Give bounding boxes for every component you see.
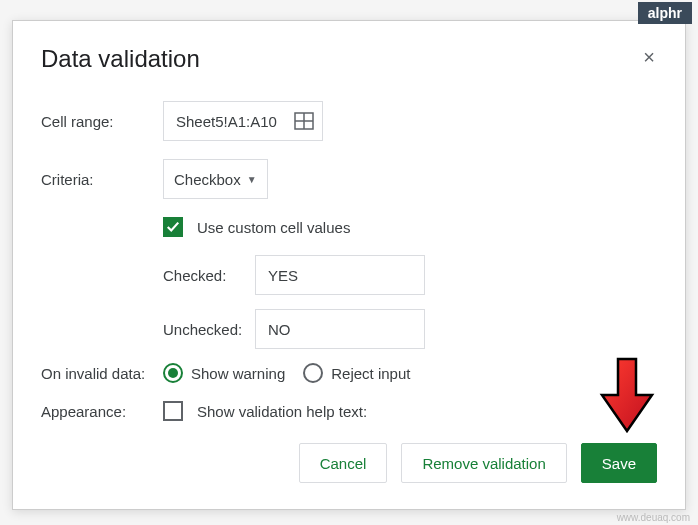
radio-reject-input[interactable]: Reject input [303, 363, 410, 383]
caret-down-icon: ▼ [247, 174, 257, 185]
radio-icon [303, 363, 323, 383]
criteria-row: Criteria: Checkbox ▼ [41, 159, 657, 199]
cell-range-input-wrap[interactable] [163, 101, 323, 141]
data-validation-dialog: Data validation × Cell range: Criteria: … [12, 20, 686, 510]
on-invalid-row: On invalid data: Show warning Reject inp… [41, 363, 657, 383]
radio-label: Reject input [331, 365, 410, 382]
unchecked-value-input[interactable] [255, 309, 425, 349]
dialog-title: Data validation [41, 45, 200, 73]
unchecked-value-row: Unchecked: [163, 309, 657, 349]
radio-show-warning[interactable]: Show warning [163, 363, 285, 383]
use-custom-values-row[interactable]: Use custom cell values [163, 217, 657, 237]
cell-range-label: Cell range: [41, 113, 163, 130]
checked-value-row: Checked: [163, 255, 657, 295]
watermark-badge: alphr [638, 2, 692, 24]
criteria-select[interactable]: Checkbox ▼ [163, 159, 268, 199]
use-custom-values-label: Use custom cell values [197, 219, 350, 236]
cell-range-row: Cell range: [41, 101, 657, 141]
cancel-button[interactable]: Cancel [299, 443, 388, 483]
appearance-label: Appearance: [41, 403, 163, 420]
unchecked-label: Unchecked: [163, 321, 255, 338]
show-help-text-label: Show validation help text: [197, 403, 367, 420]
dialog-header: Data validation × [41, 45, 657, 73]
on-invalid-label: On invalid data: [41, 365, 163, 382]
remove-validation-button[interactable]: Remove validation [401, 443, 566, 483]
checked-label: Checked: [163, 267, 255, 284]
grid-select-icon[interactable] [294, 112, 314, 130]
show-help-text-row[interactable]: Show validation help text: [163, 401, 367, 421]
criteria-label: Criteria: [41, 171, 163, 188]
checked-value-input[interactable] [255, 255, 425, 295]
show-help-text-checkbox[interactable] [163, 401, 183, 421]
save-button[interactable]: Save [581, 443, 657, 483]
use-custom-values-checkbox[interactable] [163, 217, 183, 237]
criteria-sub-section: Use custom cell values Checked: Unchecke… [163, 217, 657, 349]
criteria-selected-value: Checkbox [174, 171, 241, 188]
radio-icon [163, 363, 183, 383]
on-invalid-radio-group: Show warning Reject input [163, 363, 410, 383]
radio-label: Show warning [191, 365, 285, 382]
cell-range-input[interactable] [176, 113, 286, 130]
dialog-button-row: Cancel Remove validation Save [41, 443, 657, 483]
appearance-row: Appearance: Show validation help text: [41, 401, 657, 421]
footer-url: www.deuaq.com [617, 512, 690, 523]
close-button[interactable]: × [641, 45, 657, 69]
